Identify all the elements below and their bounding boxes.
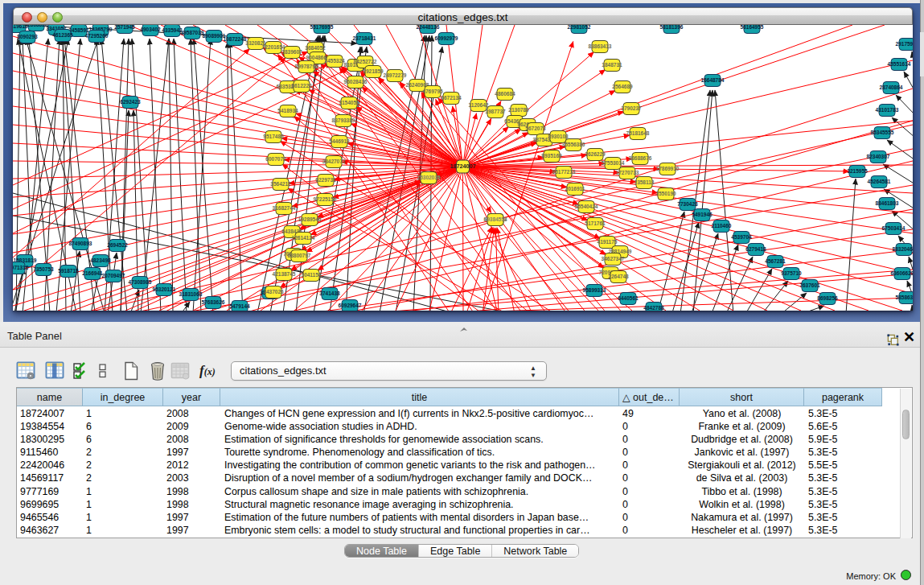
svg-text:1120642: 1120642 [469,102,489,108]
svg-text:5918715: 5918715 [58,268,79,274]
svg-text:2694522: 2694522 [107,242,128,248]
svg-text:2130789: 2130789 [508,107,529,113]
svg-text:1987737: 1987737 [485,109,506,114]
svg-text:7637601: 7637601 [799,282,820,288]
svg-text:2264748: 2264748 [608,274,629,279]
svg-text:8930103: 8930103 [548,134,569,139]
svg-text:97225156: 97225156 [314,196,337,202]
svg-text:5041154: 5041154 [302,272,322,278]
svg-text:6279418: 6279418 [745,246,766,252]
svg-text:88320463: 88320463 [893,246,913,252]
svg-text:7550190: 7550190 [655,191,676,196]
svg-text:38688676: 38688676 [629,155,652,161]
svg-text:7730428: 7730428 [677,201,698,207]
svg-text:17869910: 17869910 [656,166,680,171]
svg-text:4842788: 4842788 [643,305,664,311]
svg-text:63606628: 63606628 [891,270,913,276]
svg-text:5672073: 5672073 [525,126,546,131]
svg-text:5491946: 5491946 [692,212,713,217]
svg-text:2564689: 2564689 [612,84,633,89]
svg-text:6007072: 6007072 [265,156,286,162]
svg-text:88461803: 88461803 [876,200,899,206]
svg-text:5479144: 5479144 [229,303,250,309]
svg-text:95320121: 95320121 [153,286,176,292]
svg-text:4612365: 4612365 [52,32,73,38]
svg-text:4191175: 4191175 [598,239,618,245]
svg-text:4860684: 4860684 [495,91,515,97]
svg-text:96028436: 96028436 [344,79,368,84]
svg-text:7358113: 7358113 [634,179,655,185]
svg-text:95899313: 95899313 [583,287,606,293]
svg-text:3790237: 3790237 [621,105,642,111]
svg-text:31682744: 31682744 [273,205,296,211]
svg-text:6672134: 6672134 [441,95,462,101]
svg-text:2571945: 2571945 [114,25,135,30]
svg-text:45551614: 45551614 [888,61,911,67]
svg-text:23718431: 23718431 [353,35,376,41]
svg-text:8612220: 8612220 [291,83,312,89]
svg-text:67503414: 67503414 [882,225,906,231]
svg-text:3154051: 3154051 [339,100,359,105]
svg-text:55176955: 55176955 [310,25,334,30]
svg-text:2921859: 2921859 [363,68,384,74]
svg-text:25302035: 25302035 [417,175,441,180]
svg-text:20709497: 20709497 [102,273,125,278]
svg-text:1848731: 1848731 [602,62,622,68]
svg-text:9517485: 9517485 [263,134,284,139]
svg-text:18724007: 18724007 [450,163,476,170]
svg-text:89978790: 89978790 [295,64,318,69]
svg-text:55540424: 55540424 [575,204,598,209]
svg-text:2437026: 2437026 [263,289,284,295]
svg-text:9375710: 9375710 [781,270,802,276]
svg-text:68800797: 68800797 [288,253,311,258]
svg-text:8935169: 8935169 [541,153,562,159]
svg-text:6440561: 6440561 [618,295,639,301]
svg-text:19289546: 19289546 [298,216,322,222]
svg-text:38427073: 38427073 [322,159,346,164]
svg-text:43101783: 43101783 [876,107,899,113]
svg-text:42138745: 42138745 [273,271,296,277]
svg-text:34627347: 34627347 [602,256,625,262]
svg-text:2166941: 2166941 [82,270,103,276]
svg-text:19384554: 19384554 [484,216,507,222]
svg-text:4539704: 4539704 [731,234,752,240]
svg-text:3564217: 3564217 [270,181,291,187]
svg-text:47295260: 47295260 [85,33,109,39]
svg-text:12614124: 12614124 [292,235,315,241]
svg-text:3684052: 3684052 [305,45,326,51]
svg-text:75181648: 75181648 [626,130,650,136]
svg-text:28740864: 28740864 [880,84,903,90]
svg-text:17270733: 17270733 [616,170,639,175]
svg-text:6292423: 6292423 [120,99,141,105]
svg-text:65177213: 65177213 [552,169,576,175]
svg-text:60992979: 60992979 [435,35,458,41]
svg-text:2110460: 2110460 [712,223,732,229]
svg-text:4823498: 4823498 [90,257,111,263]
svg-text:7455324: 7455324 [324,58,345,64]
svg-text:22981052: 22981052 [568,25,591,30]
svg-text:2016911: 2016911 [565,186,585,192]
svg-text:16648784: 16648784 [701,77,725,83]
svg-text:4903402: 4903402 [140,27,161,32]
svg-text:89089901: 89089901 [203,33,226,39]
svg-text:87490893: 87490893 [69,241,92,246]
svg-text:3741438: 3741438 [319,290,340,296]
svg-text:4335942: 4335942 [162,27,183,33]
svg-text:5171761: 5171761 [585,220,606,226]
svg-text:57553014: 57553014 [602,160,625,166]
svg-text:29175900: 29175900 [896,41,913,47]
svg-text:35556386: 35556386 [562,142,585,147]
svg-text:6229731: 6229731 [315,177,336,183]
svg-text:22448136: 22448136 [417,25,440,30]
svg-text:4769795: 4769795 [422,89,443,94]
svg-text:5446912: 5446912 [329,138,350,144]
svg-text:2626229: 2626229 [585,151,606,157]
svg-text:8698256: 8698256 [817,295,838,301]
svg-text:58586340: 58586340 [896,295,913,300]
svg-text:82340307: 82340307 [867,154,890,159]
svg-text:58181396: 58181396 [660,25,684,30]
svg-text:39587039: 39587039 [181,30,204,35]
svg-text:8090293: 8090293 [17,34,38,39]
svg-text:47308985: 47308985 [129,279,152,285]
svg-text:85345555: 85345555 [871,130,894,135]
